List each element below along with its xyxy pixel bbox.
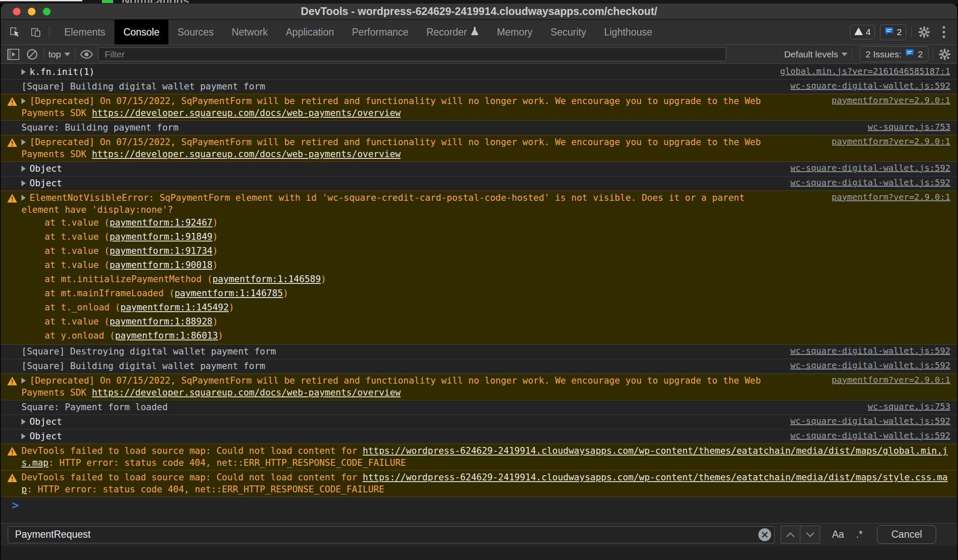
message-link[interactable]: https://developer.squareup.com/docs/web-… bbox=[92, 149, 401, 159]
stack-frame-link[interactable]: paymentform:1:88928 bbox=[110, 316, 213, 327]
stack-frame-link[interactable]: paymentform:1:91849 bbox=[110, 232, 213, 242]
tab-security[interactable]: Security bbox=[542, 20, 595, 45]
console-log-row: [Square] Building digital wallet payment… bbox=[1, 359, 957, 374]
menu-dots-icon[interactable] bbox=[937, 25, 951, 39]
expand-triangle-icon[interactable] bbox=[21, 195, 26, 201]
window-title: DevTools - wordpress-624629-2419914.clou… bbox=[1, 5, 957, 18]
gear-icon[interactable] bbox=[917, 25, 931, 39]
source-link[interactable]: wc-square-digital-wallet.js:592 bbox=[780, 80, 950, 91]
issues-badge[interactable]: 2 bbox=[880, 24, 906, 40]
notifications-green-icon bbox=[102, 0, 113, 3]
source-link[interactable]: wc-square-digital-wallet.js:592 bbox=[780, 346, 950, 356]
sidebar-toggle-icon[interactable] bbox=[6, 47, 21, 62]
tab-sources[interactable]: Sources bbox=[168, 20, 222, 45]
console-log-row: Objectwc-square-digital-wallet.js:592 bbox=[1, 429, 957, 444]
titlebar: DevTools - wordpress-624629-2419914.clou… bbox=[1, 3, 957, 20]
tab-label: Recorder bbox=[426, 27, 467, 38]
source-link[interactable]: paymentform?ver=2.9.0:1 bbox=[821, 95, 950, 105]
console-log-row: Square: Payment form loadedwc-square.js:… bbox=[1, 400, 957, 415]
console-log-row: Objectwc-square-digital-wallet.js:592 bbox=[1, 176, 957, 191]
expand-triangle-icon[interactable] bbox=[21, 166, 26, 172]
tab-lighthouse[interactable]: Lighthouse bbox=[595, 20, 662, 45]
prompt-chevron-icon: > bbox=[12, 499, 19, 512]
tab-network[interactable]: Network bbox=[223, 20, 277, 45]
clear-search-icon[interactable] bbox=[758, 528, 771, 541]
tab-label: Application bbox=[286, 27, 334, 38]
stack-frame-link[interactable]: paymentform:1:86013 bbox=[115, 331, 218, 341]
console-prompt[interactable]: > bbox=[1, 497, 957, 514]
context-selector[interactable]: top bbox=[48, 49, 70, 60]
message-link[interactable]: https://wordpress-624629-2419914.cloudwa… bbox=[21, 472, 948, 494]
source-link[interactable]: global.min.js?ver=2161646585187:1 bbox=[770, 66, 950, 76]
tab-console[interactable]: Console bbox=[114, 20, 168, 45]
tabbar-right: 4 2 bbox=[850, 20, 957, 45]
source-link[interactable]: wc-square-digital-wallet.js:592 bbox=[780, 430, 950, 441]
source-link[interactable]: wc-square.js:753 bbox=[857, 401, 950, 411]
message-link[interactable]: https://wordpress-624629-2419914.cloudwa… bbox=[21, 446, 948, 468]
match-case-toggle[interactable]: Aa bbox=[832, 529, 844, 540]
stack-frame: at t.value (paymentform:1:92467) bbox=[45, 216, 821, 230]
source-link[interactable]: paymentform?ver=2.9.0:1 bbox=[821, 136, 950, 146]
message-text: ElementNotVisibleError: SqPaymentForm el… bbox=[21, 192, 774, 216]
tab-label: Performance bbox=[352, 27, 409, 38]
tab-memory[interactable]: Memory bbox=[488, 20, 542, 45]
tabbar-separator bbox=[911, 26, 912, 38]
toolbar-separator bbox=[44, 48, 44, 60]
issues-counter[interactable]: 2 Issues: 2 bbox=[860, 46, 928, 62]
next-match-icon[interactable] bbox=[800, 526, 820, 544]
inspect-icon[interactable] bbox=[8, 25, 22, 39]
cancel-button[interactable]: Cancel bbox=[877, 525, 936, 544]
source-link[interactable]: paymentform?ver=2.9.0:1 bbox=[821, 192, 950, 202]
stack-frame-link[interactable]: paymentform:1:90018 bbox=[110, 260, 213, 270]
log-levels-label: Default levels bbox=[784, 49, 838, 60]
source-link[interactable]: wc-square-digital-wallet.js:592 bbox=[780, 177, 950, 188]
log-levels-selector[interactable]: Default levels bbox=[784, 49, 847, 60]
expand-triangle-icon[interactable] bbox=[21, 180, 26, 186]
stack-frame-link[interactable]: paymentform:1:92467 bbox=[110, 217, 213, 228]
console-log-row: [Square] Building digital wallet payment… bbox=[1, 80, 957, 94]
tab-elements[interactable]: Elements bbox=[55, 20, 114, 45]
console-log-row: k.fn.init(1)global.min.js?ver=2161646585… bbox=[1, 65, 957, 80]
eye-icon[interactable] bbox=[79, 47, 94, 62]
console-warning-row: DevTools failed to load source map: Coul… bbox=[1, 444, 957, 471]
stack-frame-link[interactable]: paymentform:1:145492 bbox=[120, 302, 229, 313]
expand-triangle-icon[interactable] bbox=[21, 139, 26, 145]
gear-icon[interactable] bbox=[937, 47, 952, 62]
tab-application[interactable]: Application bbox=[277, 20, 343, 45]
search-input[interactable] bbox=[8, 526, 775, 543]
expand-triangle-icon[interactable] bbox=[21, 69, 26, 75]
source-link[interactable]: wc-square-digital-wallet.js:592 bbox=[780, 360, 950, 370]
device-toolbar-icon[interactable] bbox=[28, 25, 43, 39]
warnings-badge[interactable]: 4 bbox=[850, 25, 875, 39]
filter-input[interactable] bbox=[98, 48, 726, 61]
source-link[interactable]: wc-square-digital-wallet.js:592 bbox=[780, 163, 950, 173]
source-link[interactable]: wc-square.js:753 bbox=[857, 122, 950, 132]
prev-match-icon[interactable] bbox=[781, 526, 800, 544]
tab-performance[interactable]: Performance bbox=[343, 20, 418, 45]
expand-triangle-icon[interactable] bbox=[21, 419, 26, 425]
tab-label: Lighthouse bbox=[604, 27, 653, 38]
regex-toggle[interactable]: .* bbox=[856, 529, 862, 540]
console-log-row: Objectwc-square-digital-wallet.js:592 bbox=[1, 415, 957, 429]
source-link[interactable]: paymentform?ver=2.9.0:1 bbox=[821, 375, 950, 385]
expand-triangle-icon[interactable] bbox=[21, 378, 26, 384]
message-link[interactable]: https://developer.squareup.com/docs/web-… bbox=[92, 108, 401, 118]
expand-triangle-icon[interactable] bbox=[21, 98, 26, 104]
toolbar-separator bbox=[933, 48, 933, 60]
console-log-row: [Square] Destroying digital wallet payme… bbox=[1, 345, 957, 359]
stack-frame-link[interactable]: paymentform:1:146785 bbox=[174, 288, 283, 298]
warning-row-icon bbox=[7, 377, 17, 387]
console-warning-row: [Deprecated] On 07/15/2022, SqPaymentFor… bbox=[1, 135, 957, 162]
issues-bubble-icon bbox=[884, 27, 894, 38]
tab-recorder[interactable]: Recorder bbox=[417, 20, 488, 45]
message-text: [Square] Building digital wallet payment… bbox=[21, 360, 780, 372]
stack-frame-link[interactable]: paymentform:1:146589 bbox=[213, 274, 321, 284]
source-link[interactable]: wc-square-digital-wallet.js:592 bbox=[780, 416, 950, 426]
expand-triangle-icon[interactable] bbox=[21, 433, 26, 439]
tab-label: Network bbox=[232, 27, 268, 38]
stack-frame-link[interactable]: paymentform:1:91734 bbox=[110, 246, 213, 256]
message-text: [Deprecated] On 07/15/2022, SqPaymentFor… bbox=[21, 375, 774, 399]
clear-console-icon[interactable] bbox=[25, 47, 39, 62]
message-link[interactable]: https://developer.squareup.com/docs/web-… bbox=[92, 387, 401, 398]
issues-counter-count: 2 bbox=[918, 49, 923, 60]
